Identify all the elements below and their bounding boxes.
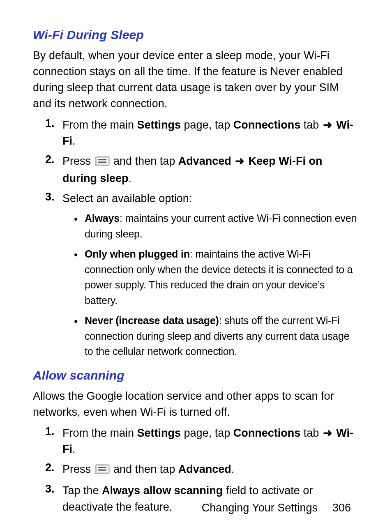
section-heading-wifi-sleep: Wi-Fi During Sleep — [33, 28, 359, 42]
step-number: 2. — [45, 461, 62, 479]
bullet-icon: • — [74, 211, 85, 242]
bold-settings: Settings — [137, 427, 181, 439]
bullet-label: Never (increase data usage) — [85, 315, 219, 326]
intro-paragraph: By default, when your device enter a sle… — [33, 48, 359, 112]
bullet-icon: • — [74, 246, 85, 308]
step-number: 1. — [45, 425, 62, 457]
text: . — [129, 172, 132, 184]
step-text: From the main Settings page, tap Connect… — [62, 425, 359, 457]
page-footer: Changing Your Settings306 — [202, 502, 351, 514]
text: tab — [300, 119, 322, 131]
text: : maintains your current active Wi-Fi co… — [85, 212, 357, 240]
arrow-icon: ➜ — [322, 119, 333, 131]
bold-settings: Settings — [137, 119, 181, 131]
step-text: From the main Settings page, tap Connect… — [62, 117, 359, 149]
bullet-icon: • — [74, 313, 85, 359]
text: tab — [300, 427, 322, 439]
section-heading-allow-scanning: Allow scanning — [33, 368, 359, 382]
bullet-label: Only when plugged in — [85, 248, 190, 260]
text: . — [231, 463, 235, 475]
text: and then tap — [113, 463, 178, 475]
bold-advanced: Advanced — [178, 463, 231, 475]
step-3: 3. Select an available option: — [33, 191, 359, 207]
text: . — [72, 135, 76, 147]
bold-connections: Connections — [233, 119, 301, 131]
step-number: 1. — [45, 117, 62, 149]
text: From the main — [62, 427, 137, 439]
text: and then tap — [113, 155, 178, 167]
bullet-never: • Never (increase data usage): shuts off… — [33, 313, 359, 359]
bullet-label: Always — [85, 212, 120, 224]
text: From the main — [62, 119, 137, 131]
step-2: 2. Press and then tap Advanced. — [33, 461, 359, 479]
footer-chapter-title: Changing Your Settings — [202, 502, 318, 514]
step-text: Press and then tap Advanced. — [62, 461, 359, 479]
step-number: 3. — [45, 483, 62, 515]
bold-always-allow-scanning: Always allow scanning — [102, 484, 223, 497]
bullet-text: Never (increase data usage): shuts off t… — [85, 313, 359, 359]
bullet-text: Only when plugged in: maintains the acti… — [85, 246, 359, 308]
menu-icon — [95, 154, 110, 170]
step-number: 3. — [45, 191, 62, 207]
arrow-icon: ➜ — [322, 427, 333, 439]
menu-icon — [95, 463, 110, 479]
arrow-icon: ➜ — [234, 155, 245, 167]
text: Tap the — [62, 484, 102, 497]
intro-paragraph: Allows the Google location service and o… — [33, 388, 359, 420]
step-1: 1. From the main Settings page, tap Conn… — [33, 425, 359, 457]
step-2: 2. Press and then tap Advanced ➜ Keep Wi… — [33, 153, 359, 187]
text: Press — [62, 463, 94, 475]
document-page: Wi-Fi During Sleep By default, when your… — [0, 0, 392, 532]
step-text: Press and then tap Advanced ➜ Keep Wi-Fi… — [62, 153, 359, 187]
step-1: 1. From the main Settings page, tap Conn… — [33, 117, 359, 149]
bold-connections: Connections — [233, 427, 301, 439]
bullet-text: Always: maintains your current active Wi… — [85, 211, 359, 242]
text: Press — [62, 155, 94, 167]
text: page, tap — [181, 119, 233, 131]
footer-page-number: 306 — [332, 502, 351, 514]
step-number: 2. — [45, 153, 62, 187]
text: . — [72, 443, 76, 455]
bold-advanced: Advanced — [178, 155, 235, 167]
bullet-plugged-in: • Only when plugged in: maintains the ac… — [33, 246, 359, 308]
step-text: Select an available option: — [62, 191, 359, 207]
bullet-always: • Always: maintains your current active … — [33, 211, 359, 242]
text: page, tap — [181, 427, 233, 439]
